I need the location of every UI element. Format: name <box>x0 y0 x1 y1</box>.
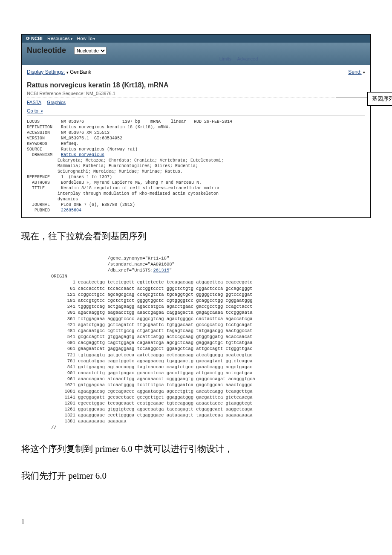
graphics-link[interactable]: Graphics <box>47 100 66 105</box>
pubmed-link[interactable]: 22685604 <box>61 208 81 213</box>
app-name: Nucleotide <box>27 46 66 55</box>
send-link[interactable]: Send: <box>348 69 361 75</box>
organism-link[interactable]: Rattus norvegicus <box>61 153 104 157</box>
goto-link[interactable]: Go to: <box>27 108 40 113</box>
ncbi-screenshot: 基因序列号 NCBI Resources▾ How To▾ Nucleotide… <box>21 34 371 218</box>
chevron-down-icon: ▾ <box>363 70 365 75</box>
advanced-link[interactable]: Advanced <box>237 56 258 61</box>
resources-menu[interactable]: Resources▾ <box>47 36 72 41</box>
instruction-text-3: 我们先打开 peimer 6.0 <box>21 468 371 484</box>
page-number: 1 <box>21 518 371 525</box>
unists-link[interactable]: 261315 <box>153 268 169 273</box>
display-format: GenBank <box>70 69 91 75</box>
instruction-text-1: 现在，往下拉就会看到基因序列 <box>21 228 371 245</box>
sequence-screenshot: /gene_synonym="Krt1-18" /standard_name="… <box>51 255 371 431</box>
instruction-text-2: 将这个序列复制到 primer 6.0 中就可以进行引物设计， <box>21 441 371 457</box>
callout-label: 基因序列号 <box>367 92 392 106</box>
chevron-down-icon: ▾ <box>93 37 95 41</box>
database-select[interactable]: Nucleotide <box>74 47 107 55</box>
chevron-down-icon: ▾ <box>66 70 69 75</box>
genbank-flatfile: LOCUSNM_053976 1397 bp mRNA linear ROD 2… <box>27 119 365 213</box>
fasta-link[interactable]: FASTA <box>27 100 41 105</box>
record-title: Rattus norvegicus keratin 18 (Krt18), mR… <box>27 81 365 89</box>
chevron-down-icon: ▾ <box>41 109 43 113</box>
ncbi-logo[interactable]: NCBI <box>26 36 43 41</box>
howto-menu[interactable]: How To▾ <box>77 36 95 41</box>
ncbi-top-bar: NCBI Resources▾ How To▾ <box>22 35 370 43</box>
search-bar: Nucleotide Nucleotide Limits Advanced <box>22 43 370 65</box>
refseq-id: NCBI Reference Sequence: NM_053976.1 <box>27 91 365 98</box>
chevron-down-icon: ▾ <box>71 37 72 41</box>
record-content: Display Settings: ▾ GenBank Send: ▾ Ratt… <box>22 65 370 217</box>
limits-link[interactable]: Limits <box>219 56 232 61</box>
display-settings-link[interactable]: Display Settings: <box>27 69 65 75</box>
